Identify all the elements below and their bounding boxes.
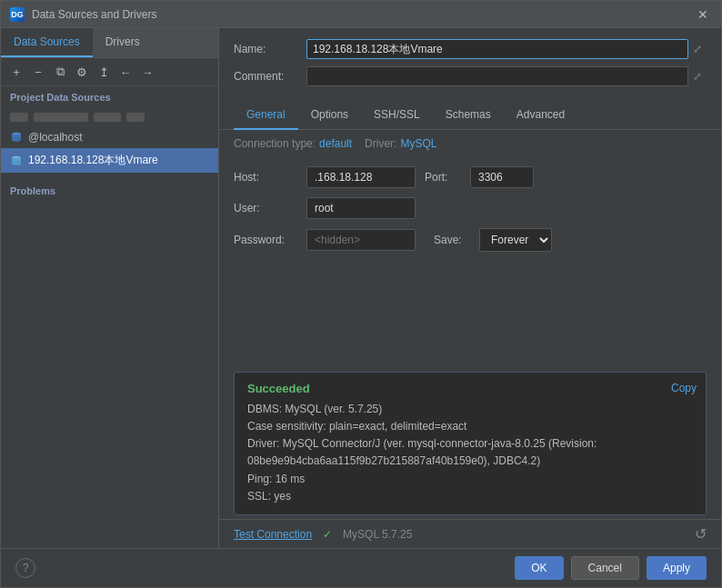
dialog-footer: ? OK Cancel Apply	[1, 548, 721, 587]
forward-button[interactable]: →	[137, 62, 157, 82]
vmware-label: 192.168.18.128本地Vmare	[28, 153, 158, 168]
expand-comment-button[interactable]: ⤢	[688, 67, 707, 85]
tab-advanced[interactable]: Advanced	[504, 101, 577, 130]
tabs-bar: General Options SSH/SSL Schemas Advanced	[219, 101, 721, 130]
comment-label: Comment:	[234, 70, 306, 83]
export-button[interactable]: ↥	[94, 62, 114, 82]
mysql-version: MySQL 5.7.25	[343, 528, 412, 541]
db-icon-localhost	[10, 131, 23, 144]
connection-info: Connection type: default Driver: MySQL	[219, 130, 721, 157]
success-line-4: 08be9e9b4cba6aa115f9b27b215887af40b159e0…	[247, 453, 693, 470]
placeholder-item	[1, 108, 218, 126]
right-panel: Name: ⤢ Comment: ⤢ General Options SSH/S…	[219, 28, 721, 548]
user-input[interactable]	[306, 197, 416, 219]
db-icon-vmware	[10, 154, 23, 167]
name-input[interactable]	[306, 39, 688, 59]
window-title: Data Sources and Drivers	[32, 8, 156, 21]
password-row: Password: Save: Forever	[234, 228, 707, 252]
success-line-6: SSL: yes	[247, 488, 693, 505]
localhost-label: @localhost	[28, 131, 83, 144]
form-area: Name: ⤢ Comment: ⤢	[219, 28, 721, 101]
comment-input[interactable]	[306, 66, 688, 86]
port-label: Port:	[425, 171, 461, 184]
user-label: User:	[234, 202, 297, 214]
success-title: Succeeded	[247, 382, 693, 395]
name-row: Name: ⤢	[234, 39, 707, 59]
cancel-button[interactable]: Cancel	[571, 556, 639, 580]
driver-label: Driver:	[365, 137, 396, 150]
password-label: Password:	[234, 234, 297, 246]
settings-button[interactable]: ⚙	[72, 62, 92, 82]
tab-options[interactable]: Options	[298, 101, 361, 130]
sidebar-item-localhost[interactable]: @localhost	[1, 126, 218, 148]
host-row: Host: Port:	[234, 166, 707, 188]
tab-sshssl[interactable]: SSH/SSL	[361, 101, 433, 130]
sidebar-tabs: Data Sources Drivers	[1, 28, 218, 58]
conn-type-label: Connection type:	[234, 137, 316, 150]
test-connection-button[interactable]: Test Connection	[234, 528, 312, 541]
check-icon: ✓	[323, 528, 332, 541]
sidebar-item-vmware[interactable]: 192.168.18.128本地Vmare	[1, 148, 218, 173]
section-problems: Problems	[1, 173, 218, 202]
copy-button[interactable]: Copy	[671, 382, 697, 394]
tab-drivers[interactable]: Drivers	[93, 28, 153, 57]
success-line-5: Ping: 16 ms	[247, 471, 693, 488]
conn-type-value[interactable]: default	[319, 137, 352, 150]
back-button[interactable]: ←	[115, 62, 135, 82]
driver-value[interactable]: MySQL	[400, 137, 436, 150]
remove-button[interactable]: −	[28, 62, 48, 82]
ok-button[interactable]: OK	[515, 556, 563, 580]
name-label: Name:	[234, 43, 306, 55]
placeholder-text3	[126, 113, 145, 122]
success-line-2: Case sensitivity: plain=exact, delimited…	[247, 418, 693, 435]
copy-item-button[interactable]: ⧉	[50, 62, 70, 82]
success-box: Succeeded Copy DBMS: MySQL (ver. 5.7.25)…	[234, 372, 707, 515]
expand-name-button[interactable]: ⤢	[688, 40, 707, 58]
apply-button[interactable]: Apply	[647, 556, 707, 580]
placeholder-text2	[94, 113, 121, 122]
app-icon: DG	[10, 7, 25, 22]
success-line-1: DBMS: MySQL (ver. 5.7.25)	[247, 401, 693, 418]
content-area: Host: Port: User: Password: Save: Foreve…	[219, 157, 721, 368]
help-button[interactable]: ?	[15, 558, 35, 578]
bottom-bar: Test Connection ✓ MySQL 5.7.25 ↺	[219, 519, 721, 548]
tab-general[interactable]: General	[234, 101, 298, 130]
save-label: Save:	[434, 234, 470, 246]
comment-row: Comment: ⤢	[234, 66, 707, 86]
host-label: Host:	[234, 171, 297, 184]
host-input[interactable]	[306, 166, 416, 188]
close-button[interactable]: ✕	[694, 5, 712, 24]
sidebar: Data Sources Drivers + − ⧉ ⚙ ↥ ← → Proje…	[1, 28, 219, 548]
section-project-data-sources: Project Data Sources	[1, 86, 218, 108]
refresh-button[interactable]: ↺	[695, 525, 707, 543]
placeholder-icon	[10, 113, 28, 122]
tab-data-sources[interactable]: Data Sources	[1, 28, 93, 57]
user-row: User:	[234, 197, 707, 219]
save-select[interactable]: Forever	[479, 228, 552, 252]
success-line-3: Driver: MySQL Connector/J (ver. mysql-co…	[247, 435, 693, 453]
placeholder-text	[34, 113, 88, 122]
port-input[interactable]	[470, 166, 534, 188]
tab-schemas[interactable]: Schemas	[433, 101, 504, 130]
sidebar-toolbar: + − ⧉ ⚙ ↥ ← →	[1, 58, 218, 86]
add-button[interactable]: +	[6, 62, 26, 82]
success-text: DBMS: MySQL (ver. 5.7.25) Case sensitivi…	[247, 401, 693, 505]
password-input[interactable]	[306, 229, 416, 251]
title-bar: DG Data Sources and Drivers ✕	[1, 1, 721, 28]
